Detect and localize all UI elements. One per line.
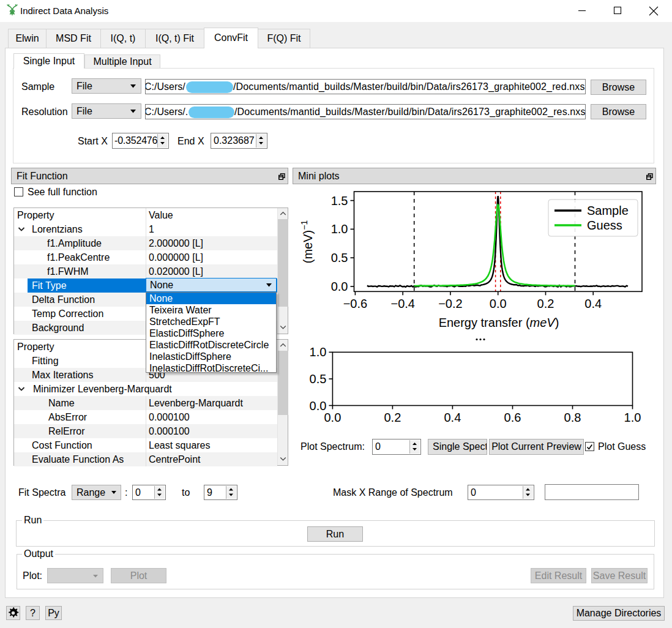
svg-text:0.4: 0.4 [584, 297, 602, 310]
svg-text:1.0: 1.0 [331, 222, 348, 236]
svg-text:1.0: 1.0 [624, 411, 641, 424]
svg-text:0.2: 0.2 [537, 297, 554, 310]
svg-text:0.0: 0.0 [324, 411, 341, 424]
svg-text:−0.6: −0.6 [343, 297, 367, 310]
svg-text:0.5: 0.5 [310, 372, 327, 386]
svg-text:(meV)−1: (meV)−1 [299, 220, 315, 264]
svg-text:Sample: Sample [587, 204, 629, 217]
svg-text:0.0: 0.0 [331, 280, 348, 293]
svg-text:−0.4: −0.4 [390, 297, 414, 310]
svg-text:0.0: 0.0 [310, 399, 327, 413]
svg-text:Guess: Guess [587, 219, 622, 232]
svg-text:−0.2: −0.2 [438, 297, 462, 310]
svg-text:Energy transfer (meV): Energy transfer (meV) [439, 316, 559, 329]
svg-text:0.2: 0.2 [384, 411, 401, 424]
svg-text:0.0: 0.0 [490, 297, 507, 310]
svg-text:1.5: 1.5 [331, 194, 348, 207]
svg-text:1.0: 1.0 [310, 345, 327, 359]
svg-text:0.6: 0.6 [504, 411, 521, 424]
svg-text:0.8: 0.8 [564, 411, 581, 424]
svg-text:0.5: 0.5 [331, 251, 348, 264]
svg-text:0.4: 0.4 [444, 411, 461, 424]
